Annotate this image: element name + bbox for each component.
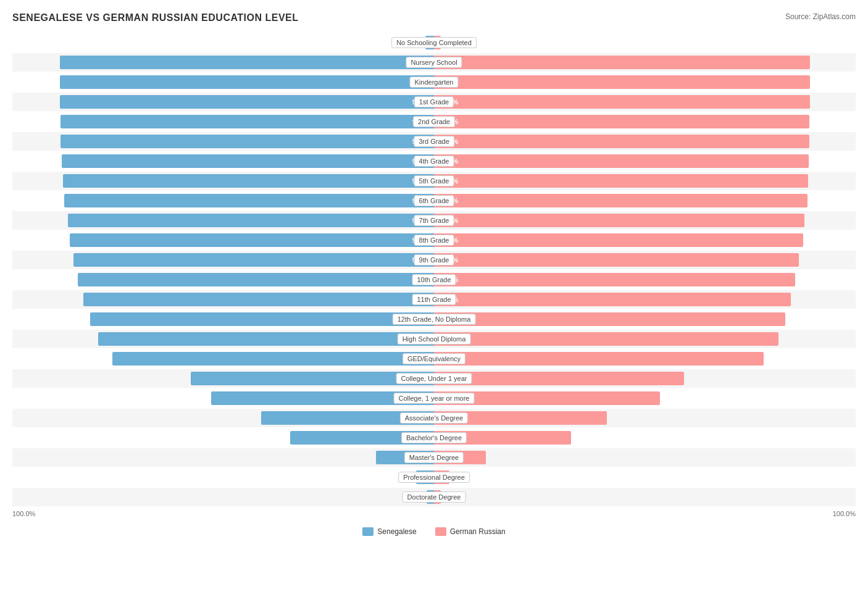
bar-blue: 95.2% [70, 233, 434, 247]
bar-pink: 97.9% [434, 154, 809, 168]
left-half: 15.2% [12, 448, 434, 467]
left-half: 91.6% [12, 290, 434, 309]
bar-pink: 98.2% [434, 56, 810, 69]
left-half: 58.2% [12, 389, 434, 408]
bar-blue: 91.6% [83, 293, 434, 306]
row-label: Master's Degree [404, 452, 464, 463]
row-label: 9th Grade [414, 254, 454, 265]
left-half: 97.0% [12, 172, 434, 190]
row-label: Kindergarten [410, 77, 459, 88]
chart-row: 97.6%98.1%2nd Grade [12, 112, 856, 131]
right-half: 98.2% [434, 93, 856, 111]
chart-row: 84.0%86.2%GED/Equivalency [12, 349, 856, 368]
bar-blue: 97.6% [61, 115, 434, 128]
legend-item-pink: German Russian [435, 527, 506, 536]
left-half: 97.2% [12, 152, 434, 170]
chart-row: 95.6%96.7%7th Grade [12, 211, 856, 230]
row-label: No Schooling Completed [391, 37, 477, 48]
left-half: 97.7% [12, 93, 434, 111]
chart-row: 45.2%45.1%Associate's Degree [12, 409, 856, 427]
chart-area: 2.3%1.8%No Schooling Completed97.7%98.2%… [12, 33, 856, 506]
legend-item-blue: Senegalese [362, 527, 416, 536]
bar-blue: 97.5% [61, 135, 434, 148]
left-half: 63.6% [12, 369, 434, 388]
chart-title: SENEGALESE VS GERMAN RUSSIAN EDUCATION L… [12, 12, 299, 23]
row-label: 12th Grade, No Diploma [393, 314, 476, 325]
legend-color-blue [362, 527, 373, 536]
chart-row: 96.6%97.5%6th Grade [12, 191, 856, 210]
right-half: 45.1% [434, 409, 856, 427]
right-half: 1.8% [434, 33, 856, 52]
row-label: 7th Grade [414, 215, 454, 226]
chart-row: 93.0%94.4%10th Grade [12, 270, 856, 289]
chart-row: 95.2%96.4%8th Grade [12, 231, 856, 249]
chart-row: 37.5%35.8%Bachelor's Degree [12, 429, 856, 447]
right-half: 98.2% [434, 73, 856, 91]
row-label: GED/Equivalency [403, 353, 465, 364]
left-half: 93.0% [12, 270, 434, 289]
row-label: High School Diploma [398, 333, 471, 345]
right-half: 98.1% [434, 132, 856, 151]
row-label: Bachelor's Degree [401, 432, 467, 443]
bar-blue: 84.0% [112, 352, 434, 366]
legend-label-blue: Senegalese [377, 527, 416, 536]
left-half: 97.6% [12, 112, 434, 131]
chart-row: 58.2%59.1%College, 1 year or more [12, 389, 856, 408]
bar-pink: 98.2% [434, 75, 810, 89]
right-half: 95.4% [434, 251, 856, 269]
chart-row: 63.6%65.4%College, Under 1 year [12, 369, 856, 388]
right-half: 91.8% [434, 310, 856, 328]
right-half: 98.1% [434, 112, 856, 131]
left-half: 45.2% [12, 409, 434, 427]
left-half: 2.3% [12, 33, 434, 52]
left-half: 89.9% [12, 310, 434, 328]
right-half: 90.0% [434, 330, 856, 348]
bar-blue: 96.6% [64, 194, 434, 207]
left-half: 84.0% [12, 349, 434, 368]
right-half: 1.8% [434, 488, 856, 506]
right-half: 59.1% [434, 389, 856, 408]
chart-row: 97.2%97.9%4th Grade [12, 152, 856, 170]
right-half: 97.9% [434, 152, 856, 170]
legend-color-pink [435, 527, 446, 536]
chart-row: 91.6%93.3%11th Grade [12, 290, 856, 309]
row-label: 6th Grade [414, 195, 454, 206]
chart-row: 2.0%1.8%Doctorate Degree [12, 488, 856, 506]
right-half: 94.4% [434, 270, 856, 289]
bar-blue: 97.0% [63, 174, 434, 188]
bar-blue: 97.7% [60, 95, 434, 109]
right-half: 97.7% [434, 172, 856, 190]
bar-pink: 98.2% [434, 95, 810, 109]
left-half: 97.7% [12, 73, 434, 91]
row-label: College, 1 year or more [394, 393, 475, 404]
bar-pink: 96.7% [434, 214, 804, 227]
row-label: 5th Grade [414, 175, 454, 186]
left-half: 97.5% [12, 132, 434, 151]
left-half: 95.2% [12, 231, 434, 249]
bar-pink: 98.1% [434, 115, 809, 128]
row-label: Associate's Degree [400, 412, 468, 424]
right-half: 96.4% [434, 231, 856, 249]
row-label: 11th Grade [412, 294, 456, 305]
right-half: 98.2% [434, 53, 856, 72]
left-half: 94.2% [12, 251, 434, 269]
chart-row: 97.7%98.2%Kindergarten [12, 73, 856, 91]
left-half: 87.7% [12, 330, 434, 348]
left-half: 4.6% [12, 468, 434, 487]
bar-pink: 96.4% [434, 233, 803, 247]
chart-container: SENEGALESE VS GERMAN RUSSIAN EDUCATION L… [12, 12, 856, 536]
bar-blue: 97.7% [60, 75, 434, 89]
bar-pink: 90.0% [434, 332, 778, 346]
chart-row: 4.6%4.0%Professional Degree [12, 468, 856, 487]
bar-blue: 87.7% [98, 332, 434, 346]
bar-pink: 98.1% [434, 135, 809, 148]
row-label: 8th Grade [414, 235, 454, 246]
right-half: 96.7% [434, 211, 856, 230]
legend: Senegalese German Russian [12, 527, 856, 536]
chart-row: 97.0%97.7%5th Grade [12, 172, 856, 190]
left-half: 96.6% [12, 191, 434, 210]
left-half: 37.5% [12, 429, 434, 447]
row-label: Doctorate Degree [403, 491, 466, 503]
axis-label-right: 100.0% [434, 510, 856, 517]
bar-blue: 97.7% [60, 56, 434, 69]
